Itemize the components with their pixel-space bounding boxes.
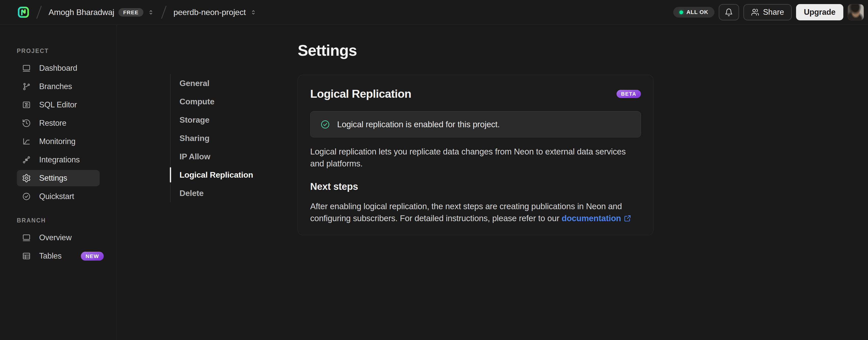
window-icon bbox=[22, 233, 31, 242]
sidebar-item-label: SQL Editor bbox=[39, 100, 77, 109]
org-selector[interactable]: Amogh Bharadwaj FREE bbox=[49, 8, 154, 17]
sidebar-item-label: Quickstart bbox=[39, 192, 74, 201]
breadcrumb: Amogh Bharadwaj FREE peerdb-neon-project bbox=[17, 5, 673, 19]
settings-nav-storage[interactable]: Storage bbox=[170, 111, 253, 129]
sidebar-item-overview[interactable]: Overview bbox=[17, 230, 100, 246]
logical-replication-card: Logical Replication BETA Logical replica… bbox=[298, 75, 653, 235]
sidebar-item-quickstart[interactable]: Quickstart bbox=[17, 188, 100, 205]
window-icon bbox=[22, 64, 31, 73]
settings-nav-delete[interactable]: Delete bbox=[170, 184, 253, 202]
settings-sub-nav: General Compute Storage Sharing IP Allow… bbox=[170, 74, 253, 202]
sidebar-section-branch: BRANCH bbox=[17, 217, 117, 224]
sidebar-item-branches[interactable]: Branches bbox=[17, 78, 100, 95]
sidebar-item-restore[interactable]: Restore bbox=[17, 115, 100, 131]
users-icon bbox=[751, 8, 759, 16]
user-avatar[interactable] bbox=[848, 4, 864, 20]
sidebar-item-sql-editor[interactable]: SQL Editor bbox=[17, 97, 100, 113]
documentation-link[interactable]: documentation bbox=[562, 214, 631, 223]
sidebar-item-label: Overview bbox=[39, 233, 72, 242]
check-circle-icon bbox=[22, 192, 31, 201]
breadcrumb-divider bbox=[161, 6, 166, 19]
page-title: Settings bbox=[298, 41, 653, 60]
beta-badge: BETA bbox=[617, 90, 641, 98]
check-circle-icon bbox=[320, 119, 330, 130]
sidebar-item-label: Settings bbox=[39, 174, 67, 183]
sidebar-item-label: Dashboard bbox=[39, 64, 77, 73]
sidebar: PROJECT Dashboard Branches SQL Editor bbox=[0, 25, 117, 340]
documentation-link-label: documentation bbox=[562, 214, 621, 223]
sidebar-item-label: Branches bbox=[39, 82, 72, 91]
git-branch-icon bbox=[22, 82, 31, 91]
sidebar-item-label: Monitoring bbox=[39, 137, 75, 146]
replication-enabled-alert: Logical replication is enabled for this … bbox=[310, 111, 641, 137]
org-name: Amogh Bharadwaj bbox=[49, 8, 115, 17]
settings-nav-general[interactable]: General bbox=[170, 74, 253, 92]
status-label: ALL OK bbox=[686, 9, 708, 16]
chart-icon bbox=[22, 137, 31, 146]
chevrons-up-down-icon bbox=[250, 9, 257, 16]
plan-badge: FREE bbox=[119, 8, 144, 17]
new-badge: NEW bbox=[81, 252, 104, 261]
share-button[interactable]: Share bbox=[743, 4, 792, 20]
table-icon bbox=[22, 251, 31, 261]
card-title: Logical Replication bbox=[310, 87, 411, 101]
top-bar-actions: ALL OK Share Upgrade bbox=[673, 4, 864, 20]
external-link-icon bbox=[624, 214, 631, 222]
history-icon bbox=[22, 119, 31, 128]
notifications-button[interactable] bbox=[719, 4, 739, 20]
sidebar-item-dashboard[interactable]: Dashboard bbox=[17, 60, 100, 76]
bell-icon bbox=[724, 8, 733, 17]
next-steps-paragraph: After enabling logical replication, the … bbox=[310, 200, 641, 224]
sidebar-item-label: Tables bbox=[39, 251, 62, 261]
status-badge[interactable]: ALL OK bbox=[673, 7, 714, 18]
integrations-icon bbox=[22, 155, 31, 164]
settings-nav-sharing[interactable]: Sharing bbox=[170, 129, 253, 147]
settings-nav-ip-allow[interactable]: IP Allow bbox=[170, 147, 253, 166]
sidebar-section-project: PROJECT bbox=[17, 47, 117, 54]
upgrade-button[interactable]: Upgrade bbox=[796, 4, 843, 20]
neon-logo-icon[interactable] bbox=[17, 6, 30, 18]
breadcrumb-divider bbox=[36, 6, 42, 19]
sidebar-item-tables[interactable]: Tables NEW bbox=[17, 248, 100, 264]
share-label: Share bbox=[763, 8, 784, 17]
next-steps-heading: Next steps bbox=[310, 181, 641, 192]
settings-nav-compute[interactable]: Compute bbox=[170, 92, 253, 111]
gear-icon bbox=[22, 174, 31, 183]
project-selector[interactable]: peerdb-neon-project bbox=[174, 8, 256, 17]
sidebar-item-label: Integrations bbox=[39, 155, 80, 164]
sql-terminal-icon bbox=[22, 100, 31, 109]
top-bar: Amogh Bharadwaj FREE peerdb-neon-project… bbox=[0, 0, 868, 25]
sidebar-item-label: Restore bbox=[39, 119, 66, 128]
status-ok-dot bbox=[679, 10, 683, 14]
chevrons-up-down-icon bbox=[148, 9, 154, 16]
sidebar-item-settings[interactable]: Settings bbox=[17, 170, 100, 186]
main-content: Settings Logical Replication BETA Logica… bbox=[298, 25, 653, 235]
sidebar-item-integrations[interactable]: Integrations bbox=[17, 152, 100, 168]
alert-text: Logical replication is enabled for this … bbox=[337, 120, 500, 129]
settings-nav-logical-replication[interactable]: Logical Replication bbox=[170, 166, 253, 184]
replication-description: Logical replication lets you replicate d… bbox=[310, 146, 641, 169]
project-name: peerdb-neon-project bbox=[174, 8, 246, 17]
sidebar-item-monitoring[interactable]: Monitoring bbox=[17, 133, 100, 150]
